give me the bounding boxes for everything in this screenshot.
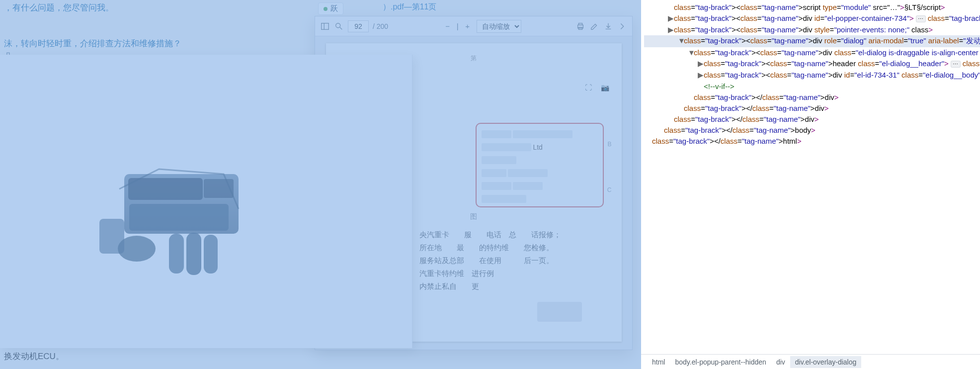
dom-tree-line[interactable]: class="tag-brack"></class="tag-name">div… (644, 103, 980, 114)
page-header-label: 第 (471, 54, 477, 63)
paragraph-block: 央汽重卡 服 电话 总 话报修； 所在地 最 的特约维 您检修。 服务站及总部 … (419, 228, 588, 293)
dom-tree[interactable]: class="tag-brack"><class="tag-name">scri… (641, 0, 980, 354)
dom-tree-line[interactable]: class="tag-brack"></class="tag-name">div… (644, 92, 980, 103)
dom-tree-line[interactable]: class="tag-brack"></class="tag-name">bod… (644, 125, 980, 136)
svg-point-2 (336, 23, 340, 27)
status-dot-icon (324, 7, 327, 11)
dom-breadcrumb[interactable]: htmlbody.el-popup-parent--hiddendivdiv.e… (641, 354, 980, 369)
pdf-toolbar: / 200 − | + 自动缩放 (315, 16, 632, 36)
page-total-label: / 200 (373, 22, 388, 30)
devtools-elements-panel: class="tag-brack"><class="tag-name">scri… (641, 0, 980, 369)
stamp-image (537, 302, 582, 322)
svg-rect-5 (578, 23, 582, 25)
toolbar-divider: | (457, 22, 459, 30)
dom-tree-line[interactable]: <!--v-if--> (644, 81, 980, 92)
svg-rect-11 (169, 234, 184, 274)
breadcrumb-item[interactable]: div (771, 356, 790, 368)
app-preview-pane: ，有什么问题，您尽管问我。 沫，转向时轻时重，介绍排查方法和维修措施？ 几 换发… (0, 0, 641, 369)
breadcrumb-item[interactable]: html (647, 356, 670, 368)
zoom-out-icon[interactable]: − (443, 21, 453, 31)
print-icon[interactable] (575, 21, 585, 31)
breadcrumb-item[interactable]: body.el-popup-parent--hidden (670, 356, 771, 368)
chat-answer-text: 换发动机ECU。 (4, 351, 64, 362)
dom-tree-line[interactable]: ▶class="tag-brack"><class="tag-name">div… (644, 13, 980, 24)
sidebar-toggle-icon[interactable] (320, 21, 330, 31)
engine-illustration (89, 144, 288, 303)
svg-rect-10 (129, 204, 229, 231)
svg-rect-12 (186, 233, 201, 275)
status-pill[interactable]: 跃 (318, 2, 343, 15)
chat-greeting-text: ，有什么问题，您尽管问我。 (4, 2, 114, 13)
search-icon[interactable] (334, 21, 344, 31)
svg-line-3 (340, 27, 342, 29)
fullscreen-icon[interactable]: ⛶ (583, 82, 594, 93)
callout-b-label: B (607, 141, 611, 148)
dom-tree-line[interactable]: ▼class="tag-brack"><class="tag-name">div… (644, 47, 980, 58)
chat-question-text: 沫，转向时轻时重，介绍排查方法和维修措施？ (4, 38, 181, 49)
edit-icon[interactable] (589, 21, 599, 31)
chevron-right-icon[interactable] (617, 21, 627, 31)
zoom-mode-select[interactable]: 自动缩放 (477, 20, 521, 33)
zoom-in-icon[interactable]: + (463, 21, 473, 31)
dom-tree-line[interactable]: class="tag-brack"></class="tag-name">htm… (644, 136, 980, 147)
camera-icon[interactable]: 📷 (600, 82, 611, 93)
svg-rect-0 (322, 23, 328, 29)
pdf-tab-label[interactable]: ）.pdf—第11页 (383, 2, 436, 12)
figure-caption: 图 (470, 212, 477, 221)
dom-tree-line[interactable]: ▶class="tag-brack"><class="tag-name">div… (644, 70, 980, 81)
dom-tree-line[interactable]: ▶class="tag-brack"><class="tag-name">hea… (644, 58, 980, 70)
status-pill-label: 跃 (330, 4, 338, 13)
download-icon[interactable] (603, 21, 613, 31)
callout-c-label: C (607, 186, 612, 193)
dom-tree-line[interactable]: ▶class="tag-brack"><class="tag-name">div… (644, 24, 980, 35)
dom-tree-line[interactable]: class="tag-brack"></class="tag-name">div… (644, 114, 980, 125)
engine-render-panel (0, 55, 412, 348)
breadcrumb-item[interactable]: div.el-overlay-dialog (790, 356, 861, 368)
dom-tree-line[interactable]: class="tag-brack"><class="tag-name">scri… (644, 2, 980, 13)
dom-tree-line[interactable]: ▼class="tag-brack"><class="tag-name">div… (644, 35, 980, 47)
svg-rect-8 (128, 178, 203, 200)
vehicle-info-box: Ltd B C (476, 123, 604, 207)
page-number-input[interactable] (348, 20, 369, 32)
svg-rect-13 (204, 235, 218, 274)
svg-rect-15 (99, 219, 124, 254)
